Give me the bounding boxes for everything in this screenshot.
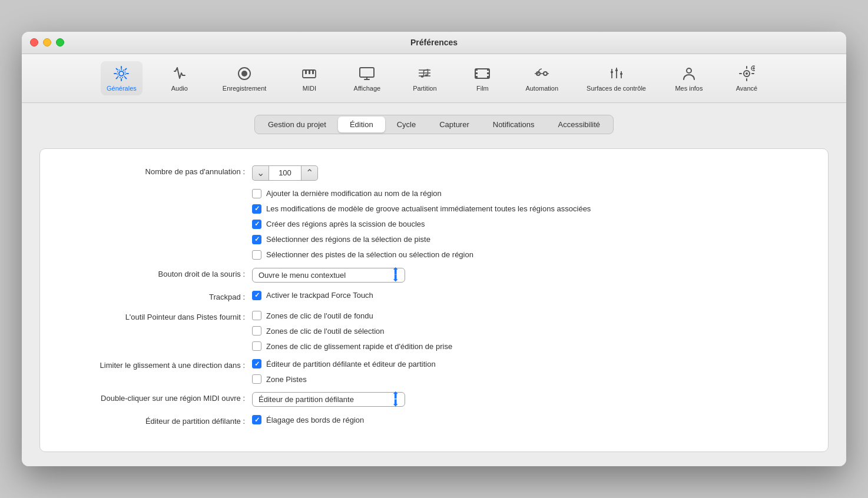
- limit-slide-label: Limiter le glissement à une direction da…: [64, 359, 252, 371]
- mesinfos-label: Mes infos: [675, 85, 703, 92]
- force-touch-label: Activer le trackpad Force Touch: [266, 291, 373, 300]
- force-touch-row: Activer le trackpad Force Touch: [252, 291, 373, 300]
- svg-rect-25: [620, 73, 622, 75]
- zone-pistes-checkbox[interactable]: [252, 374, 261, 384]
- svg-rect-14: [475, 72, 478, 74]
- tab-accessibilite[interactable]: Accessibilité: [546, 117, 612, 132]
- partition-label: Partition: [413, 85, 436, 92]
- trim-borders-row: Élagage des bords de région: [252, 415, 364, 424]
- force-touch-checkbox[interactable]: [252, 291, 261, 300]
- toolbar-affichage[interactable]: Affichage: [346, 61, 387, 95]
- pointer-row: L'outil Pointeur dans Pistes fournit : Z…: [64, 311, 804, 351]
- quick-slide-checkbox[interactable]: [252, 341, 261, 351]
- svg-rect-17: [487, 76, 489, 78]
- svg-rect-6: [309, 70, 310, 74]
- undo-decrement[interactable]: ⌄: [252, 165, 269, 181]
- right-click-controls: Ouvre le menu contextuel Outil pointeur …: [252, 268, 405, 283]
- audio-label: Audio: [171, 85, 188, 92]
- tab-edition[interactable]: Édition: [338, 117, 385, 132]
- toolbar-avance[interactable]: Avancé: [726, 61, 767, 95]
- select-tracks-label: Sélectionner des pistes de la sélection …: [266, 250, 473, 259]
- stepper-group: ⌄ ⌃: [252, 165, 318, 181]
- automation-label: Automation: [525, 85, 558, 92]
- svg-point-3: [241, 71, 247, 77]
- undo-increment[interactable]: ⌃: [302, 165, 318, 181]
- midi-label: MIDI: [303, 85, 316, 92]
- toolbar-surfaces[interactable]: Surfaces de contrôle: [581, 61, 652, 95]
- double-click-row: Double-cliquer sur une région MIDI ouvre…: [64, 392, 804, 407]
- svg-rect-8: [360, 68, 374, 77]
- film-icon: [473, 65, 491, 82]
- minimize-button[interactable]: [43, 38, 51, 47]
- quick-slide-label: Zones de clic de glissement rapide et d'…: [266, 342, 452, 351]
- fade-click-checkbox[interactable]: [252, 311, 261, 320]
- trackpad-controls: Activer le trackpad Force Touch: [252, 291, 373, 300]
- score-editor-label: Éditeur de partition défilante et éditeu…: [266, 360, 436, 368]
- score-editor-setting-label: Éditeur de partition défilante :: [64, 415, 252, 427]
- zone-pistes-row: Zone Pistes: [252, 374, 436, 384]
- undo-value-input[interactable]: [269, 165, 302, 181]
- trackpad-label: Trackpad :: [64, 291, 252, 303]
- generales-icon: [112, 65, 130, 82]
- create-regions-checkbox[interactable]: [252, 220, 261, 229]
- svg-rect-15: [487, 72, 489, 74]
- score-editor-checkbox[interactable]: [252, 359, 261, 368]
- toolbar-mesinfos[interactable]: Mes infos: [668, 61, 710, 95]
- select-click-label: Zones de clic de l'outil de sélection: [266, 327, 384, 336]
- right-click-select[interactable]: Ouvre le menu contextuel Outil pointeur …: [252, 268, 405, 283]
- undo-controls: ⌄ ⌃: [252, 165, 318, 181]
- svg-rect-5: [305, 70, 307, 74]
- tab-cycle[interactable]: Cycle: [385, 117, 428, 132]
- trim-borders-label: Élagage des bords de région: [266, 416, 364, 424]
- checkbox-create-regions: Créer des régions après la scission de b…: [252, 220, 591, 229]
- toolbar: Générales Audio Enregistrement: [22, 54, 846, 103]
- preferences-window: Préférences Générales Audio: [22, 32, 846, 466]
- toolbar-midi[interactable]: MIDI: [289, 61, 330, 95]
- svg-rect-12: [475, 69, 478, 71]
- pointer-label: L'outil Pointeur dans Pistes fournit :: [64, 311, 252, 323]
- groove-model-checkbox[interactable]: [252, 204, 261, 214]
- undo-row: Nombre de pas d'annulation : ⌄ ⌃: [64, 165, 804, 181]
- toolbar-partition[interactable]: Partition: [404, 61, 445, 95]
- partition-icon: [416, 65, 433, 82]
- mesinfos-icon: [680, 65, 698, 82]
- checkbox-select-tracks: Sélectionner des pistes de la sélection …: [252, 250, 591, 260]
- checkbox-select-regions: Sélectionner des régions de la sélection…: [252, 235, 591, 244]
- affichage-label: Affichage: [354, 85, 381, 92]
- svg-point-26: [687, 68, 691, 73]
- midi-icon: [300, 65, 318, 82]
- tab-capturer[interactable]: Capturer: [428, 117, 481, 132]
- right-click-select-wrapper: Ouvre le menu contextuel Outil pointeur …: [252, 268, 405, 283]
- select-regions-label: Sélectionner des régions de la sélection…: [266, 235, 430, 244]
- toolbar-automation[interactable]: Automation: [519, 61, 564, 95]
- checkboxes-group-row: Ajouter la dernière modification au nom …: [64, 189, 804, 260]
- undo-label: Nombre de pas d'annulation :: [64, 165, 252, 177]
- quick-slide-row: Zones de clic de glissement rapide et d'…: [252, 341, 452, 351]
- create-regions-label: Créer des régions après la scission de b…: [266, 220, 425, 228]
- tab-gestion[interactable]: Gestion du projet: [256, 117, 338, 132]
- maximize-button[interactable]: [56, 38, 64, 47]
- surfaces-icon: [608, 65, 625, 82]
- limit-slide-row: Limiter le glissement à une direction da…: [64, 359, 804, 384]
- trackpad-row: Trackpad : Activer le trackpad Force Tou…: [64, 291, 804, 303]
- toolbar-film[interactable]: Film: [462, 61, 503, 95]
- tab-notifications[interactable]: Notifications: [481, 117, 546, 132]
- toolbar-enregistrement[interactable]: Enregistrement: [217, 61, 273, 95]
- select-click-checkbox[interactable]: [252, 326, 261, 336]
- limit-slide-controls: Éditeur de partition défilante et éditeu…: [252, 359, 436, 384]
- svg-rect-24: [615, 69, 618, 71]
- add-last-mod-label: Ajouter la dernière modification au nom …: [266, 189, 442, 198]
- toolbar-audio[interactable]: Audio: [159, 61, 200, 95]
- window-title: Préférences: [410, 38, 458, 47]
- affichage-icon: [358, 65, 376, 82]
- select-regions-checkbox[interactable]: [252, 235, 261, 244]
- toolbar-generales[interactable]: Générales: [101, 61, 143, 95]
- double-click-select[interactable]: Éditeur de partition défilante Éditeur d…: [252, 392, 405, 407]
- svg-point-10: [425, 74, 428, 77]
- trim-borders-checkbox[interactable]: [252, 415, 261, 424]
- enregistrement-label: Enregistrement: [223, 85, 267, 92]
- add-last-mod-checkbox[interactable]: [252, 189, 261, 198]
- groove-model-label: Les modifications de modèle de groove ac…: [266, 204, 591, 213]
- close-button[interactable]: [30, 38, 38, 47]
- select-tracks-checkbox[interactable]: [252, 250, 261, 260]
